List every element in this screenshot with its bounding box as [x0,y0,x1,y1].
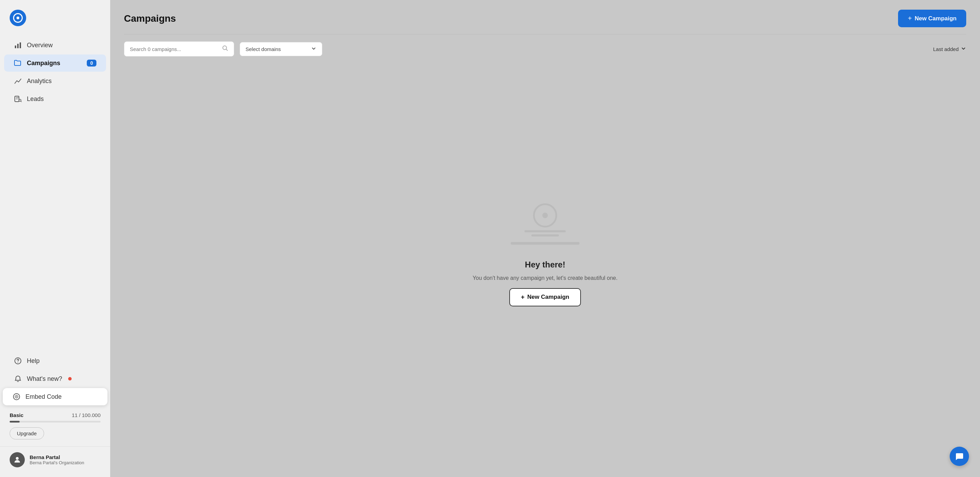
svg-rect-0 [15,46,16,48]
embed-icon [13,393,21,400]
svg-point-10 [16,457,19,460]
plan-count: 11 / 100.000 [72,412,100,418]
svg-point-6 [18,362,18,363]
domain-select-label: Select domains [245,46,307,52]
plan-bar [10,421,100,423]
sidebar-item-help-label: Help [27,357,40,365]
logo-dot [16,16,19,19]
empty-circle-inner [542,213,548,218]
leads-icon [14,95,22,103]
search-input-wrap[interactable] [124,41,234,56]
svg-rect-1 [17,44,19,48]
logo-ring [13,13,23,23]
empty-line-2 [531,235,559,236]
search-icon [222,45,228,53]
svg-rect-2 [20,42,21,48]
new-campaign-button-header[interactable]: + New Campaign [898,10,966,27]
avatar [10,452,25,467]
sidebar-item-analytics[interactable]: Analytics [4,72,106,89]
domain-select[interactable]: Select domains [240,42,322,56]
user-section: Berna Partal Berna Partal's Organization [0,446,110,473]
sidebar-item-campaigns-label: Campaigns [27,60,60,67]
bar-chart-icon [14,41,22,49]
user-info: Berna Partal Berna Partal's Organization [30,454,84,465]
sidebar-item-leads-label: Leads [27,96,44,103]
empty-title: Hey there! [525,260,565,270]
new-campaign-empty-label: New Campaign [527,294,569,300]
bell-icon [14,375,22,383]
main-content: Campaigns + New Campaign Select domains [110,0,980,477]
analytics-icon [14,77,22,85]
user-name: Berna Partal [30,454,84,460]
whats-new-dot [68,377,72,381]
upgrade-button[interactable]: Upgrade [10,428,44,439]
empty-illustration [517,203,573,252]
sidebar-item-analytics-label: Analytics [27,78,52,85]
main-header: Campaigns + New Campaign [110,0,980,34]
campaigns-badge: 0 [87,60,96,67]
sidebar-item-overview-label: Overview [27,42,52,49]
empty-circle [533,203,557,228]
sidebar-item-campaigns[interactable]: Campaigns 0 [4,54,106,72]
plan-title: Basic 11 / 100.000 [10,412,100,418]
sidebar-item-overview[interactable]: Overview [4,37,106,54]
page-title: Campaigns [124,13,176,24]
sidebar-logo [0,0,110,33]
help-icon [14,357,22,365]
app-logo[interactable] [10,10,26,26]
chevron-down-icon-sort [961,46,966,53]
sidebar-item-embed-code[interactable]: Embed Code [3,388,107,405]
plus-icon-empty: + [521,294,525,301]
sort-select[interactable]: Last added [933,46,966,53]
empty-bar-full [511,242,579,245]
new-campaign-label: New Campaign [915,15,956,22]
search-input[interactable] [130,46,219,52]
sidebar-item-leads[interactable]: Leads [4,90,106,107]
plus-icon: + [908,14,912,22]
empty-state: Hey there! You don't have any campaign y… [124,67,966,463]
search-bar-row: Select domains Last added [124,34,966,56]
new-campaign-button-empty[interactable]: + New Campaign [509,288,581,306]
sidebar-item-embed-code-label: Embed Code [25,393,62,400]
sidebar-nav: Overview Campaigns 0 Analytics [0,33,110,348]
chat-icon [955,452,964,461]
plan-name: Basic [10,412,24,418]
user-org: Berna Partal's Organization [30,460,84,465]
folder-icon [14,59,22,67]
plan-bar-fill [10,421,20,423]
sort-label: Last added [933,46,959,52]
sidebar-item-whats-new-label: What's new? [27,375,62,383]
campaigns-content: Select domains Last added [110,34,980,477]
empty-line-1 [525,230,566,232]
sidebar: Overview Campaigns 0 Analytics [0,0,110,477]
sidebar-item-whats-new[interactable]: What's new? [4,370,106,388]
sidebar-bottom: Help What's new? Embed Code [0,348,110,477]
svg-point-9 [16,396,17,397]
sidebar-item-help[interactable]: Help [4,352,106,370]
empty-subtitle: You don't have any campaign yet, let's c… [473,275,618,281]
empty-lines [525,230,566,236]
chevron-down-icon [311,46,317,53]
plan-section: Basic 11 / 100.000 Upgrade [0,407,110,445]
chat-bubble[interactable] [950,447,969,466]
